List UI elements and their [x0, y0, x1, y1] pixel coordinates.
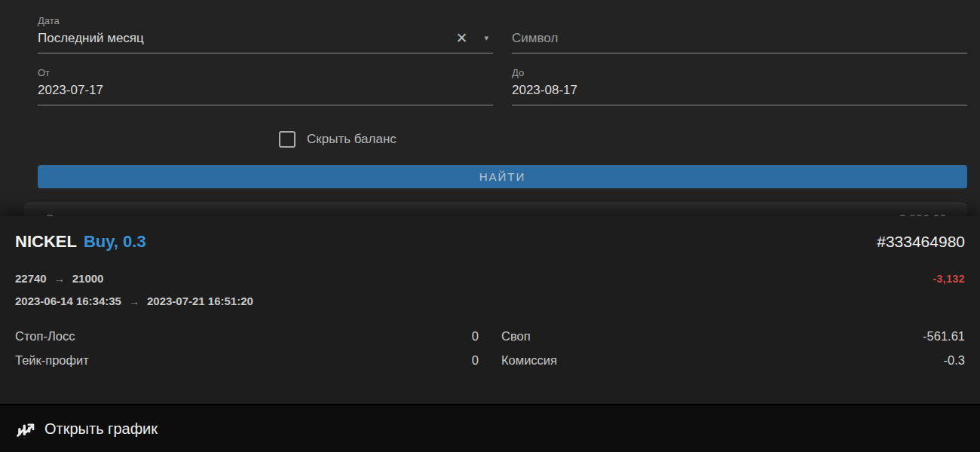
position-symbol: NICKEL [15, 232, 77, 251]
sheet-action-bar: Открыть график [0, 404, 980, 452]
hide-balance-row: Скрыть баланс [279, 131, 967, 148]
commission-row: Комиссия -0.3 [501, 353, 965, 368]
arrow-right-icon: → [54, 273, 65, 285]
take-profit-value: 0 [472, 353, 479, 368]
stop-loss-label: Стоп-Лосс [15, 329, 75, 344]
take-profit-row: Тейк-профит 0 [15, 353, 479, 368]
date-field-value: Последний месяц [38, 30, 144, 46]
commission-value: -0.3 [944, 353, 965, 368]
position-title: NICKELBuy, 0.3 [15, 232, 146, 252]
profit-value: -3,132 [933, 273, 965, 285]
take-profit-label: Тейк-профит [15, 353, 89, 368]
to-field-label: До [512, 67, 967, 78]
time-range: 2023-06-14 16:34:35→2023-07-21 16:51:20 [15, 295, 965, 307]
date-field-label: Дата [38, 15, 493, 26]
position-side-volume: Buy, 0.3 [84, 232, 146, 251]
close-price: 21000 [72, 272, 104, 285]
price-range: 22740→21000 [15, 272, 103, 285]
arrow-right-icon: → [129, 295, 139, 307]
chart-icon [15, 418, 36, 439]
open-chart-button[interactable]: Открыть график [15, 418, 158, 439]
swap-label: Своп [501, 329, 531, 344]
filter-form: Дата Последний месяц ✕ ▾ От 2023-07-17 Д… [0, 0, 980, 237]
to-field-value: 2023-08-17 [512, 82, 577, 98]
stop-loss-value: 0 [472, 329, 479, 344]
open-price: 22740 [15, 272, 47, 285]
chevron-down-icon[interactable]: ▾ [484, 30, 488, 46]
symbol-field[interactable] [512, 30, 967, 53]
position-ticket: #333464980 [877, 233, 965, 251]
open-chart-label: Открыть график [44, 420, 158, 438]
commission-label: Комиссия [501, 353, 557, 368]
open-time: 2023-06-14 16:34:35 [15, 295, 121, 307]
date-to-field[interactable]: До 2023-08-17 [512, 67, 967, 105]
swap-row: Своп -561.61 [501, 329, 965, 344]
symbol-input[interactable] [512, 31, 967, 46]
clear-icon[interactable]: ✕ [456, 31, 468, 45]
close-time: 2023-07-21 16:51:20 [147, 295, 253, 307]
date-range-select[interactable]: Дата Последний месяц ✕ ▾ [38, 15, 493, 53]
hide-balance-label: Скрыть баланс [307, 132, 397, 147]
hide-balance-checkbox[interactable] [279, 131, 296, 148]
from-field-label: От [38, 67, 493, 78]
swap-value: -561.61 [923, 329, 965, 344]
date-from-field[interactable]: От 2023-07-17 [38, 67, 493, 105]
search-button[interactable]: НАЙТИ [38, 165, 967, 188]
position-detail-sheet: NICKELBuy, 0.3 #333464980 22740→21000 -3… [0, 216, 980, 452]
stop-loss-row: Стоп-Лосс 0 [15, 329, 479, 344]
from-field-value: 2023-07-17 [38, 82, 103, 98]
